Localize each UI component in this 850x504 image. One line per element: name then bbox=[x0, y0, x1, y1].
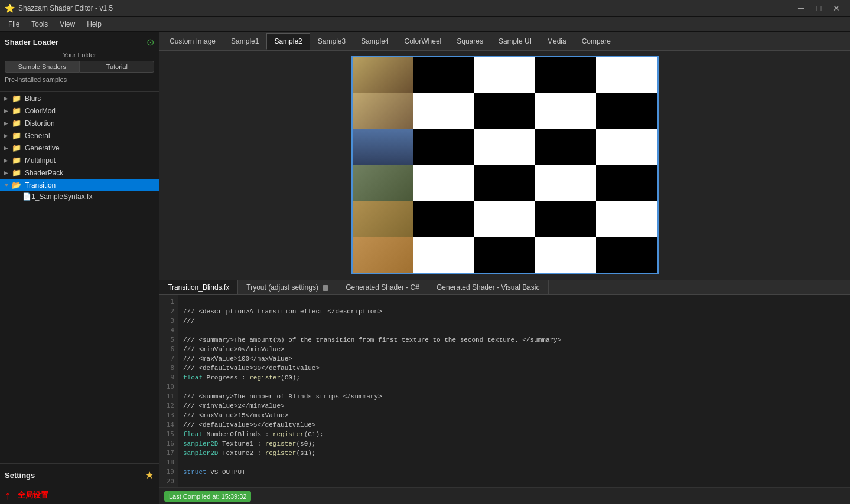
pre-installed-label: Pre-installed samples bbox=[5, 75, 154, 84]
folder-open-icon: 📂 bbox=[12, 181, 22, 189]
code-line: /// <defaultValue>30</defaultValue> bbox=[183, 364, 845, 373]
tree-item-label: ColorMod bbox=[25, 107, 56, 115]
minimize-button[interactable]: ─ bbox=[792, 0, 810, 17]
checker-cell bbox=[474, 201, 535, 237]
tree-item-multiinput[interactable]: ▶ 📁 MultiInput bbox=[0, 154, 159, 166]
checker-cell bbox=[535, 165, 596, 201]
line-num: 3 bbox=[159, 316, 178, 326]
line-num: 13 bbox=[159, 411, 178, 420]
global-settings-label: ↑ 全局设置 bbox=[0, 486, 159, 504]
checker-cell bbox=[474, 129, 535, 165]
tab-generated-csharp[interactable]: Generated Shader - C# bbox=[337, 280, 428, 294]
code-content[interactable]: /// <description>A transition effect </d… bbox=[178, 295, 850, 487]
arrow-icon: ▶ bbox=[4, 107, 12, 114]
arrow-icon: ▶ bbox=[4, 120, 12, 126]
line-num: 19 bbox=[159, 467, 178, 477]
tab-sample2[interactable]: Sample2 bbox=[266, 33, 310, 50]
folder-icon: 📁 bbox=[12, 106, 22, 115]
tab-generated-vb[interactable]: Generated Shader - Visual Basic bbox=[428, 280, 549, 294]
menu-tools[interactable]: Tools bbox=[25, 18, 54, 31]
checker-cell bbox=[535, 129, 596, 165]
tree-item-label: Transition bbox=[25, 181, 56, 189]
line-num: 17 bbox=[159, 449, 178, 458]
checker-cell bbox=[353, 93, 413, 129]
line-num: 8 bbox=[159, 364, 178, 373]
code-line: /// <minValue>0</minValue> bbox=[183, 345, 845, 354]
line-num: 14 bbox=[159, 420, 178, 430]
checker-cell bbox=[596, 57, 657, 93]
tree-item-label: MultiInput bbox=[25, 156, 56, 165]
checker-cell bbox=[413, 93, 474, 129]
code-line: float Progress : register(C0); bbox=[183, 373, 845, 382]
titlebar-title: Shazzam Shader Editor - v1.5 bbox=[18, 4, 113, 12]
code-line bbox=[183, 326, 845, 335]
tree-item-transition[interactable]: ▼ 📂 Transition bbox=[0, 179, 159, 191]
tab-tutorial[interactable]: Tutorial bbox=[80, 61, 155, 73]
line-num: 12 bbox=[159, 401, 178, 411]
tab-media[interactable]: Media bbox=[539, 33, 574, 49]
tree-item-general[interactable]: ▶ 📁 General bbox=[0, 129, 159, 142]
maximize-button[interactable]: □ bbox=[810, 0, 828, 17]
red-arrow-icon: ↑ bbox=[5, 489, 11, 502]
code-line bbox=[183, 297, 845, 307]
folder-icon: 📁 bbox=[12, 131, 22, 140]
tree-item-blurs[interactable]: ▶ 📁 Blurs bbox=[0, 92, 159, 104]
tab-sample3[interactable]: Sample3 bbox=[310, 33, 353, 49]
global-settings-text: 全局设置 bbox=[13, 487, 53, 503]
tab-sample1[interactable]: Sample1 bbox=[223, 33, 266, 49]
menu-file[interactable]: File bbox=[2, 18, 25, 31]
code-line: struct VS_OUTPUT bbox=[183, 467, 845, 477]
code-line: /// bbox=[183, 316, 845, 326]
checker-cell bbox=[474, 237, 535, 273]
checker-cell bbox=[535, 237, 596, 273]
line-num: 4 bbox=[159, 326, 178, 335]
app-icon: ⭐ bbox=[5, 4, 15, 13]
close-button[interactable]: ✕ bbox=[828, 0, 845, 17]
code-line: /// <description>A transition effect </d… bbox=[183, 307, 845, 316]
titlebar-left: ⭐ Shazzam Shader Editor - v1.5 bbox=[5, 4, 113, 13]
tryout-dot bbox=[323, 285, 328, 291]
tree-item-shaderpack[interactable]: ▶ 📁 ShaderPack bbox=[0, 166, 159, 179]
tab-transition-blinds[interactable]: Transition_Blinds.fx bbox=[159, 280, 238, 294]
tab-colorwheel[interactable]: ColorWheel bbox=[397, 33, 450, 49]
tree-item-colormod[interactable]: ▶ 📁 ColorMod bbox=[0, 104, 159, 117]
folder-icon: 📁 bbox=[12, 119, 22, 127]
shader-loader-title: Shader Loader bbox=[5, 38, 58, 47]
checker-cell bbox=[596, 93, 657, 129]
line-numbers: 1 2 3 4 5 6 7 8 9 10 11 12 13 14 15 16 1 bbox=[159, 295, 178, 487]
main-layout: Shader Loader ⊙ Your Folder Sample Shade… bbox=[0, 32, 850, 504]
preview-canvas bbox=[351, 56, 659, 274]
line-num: 7 bbox=[159, 354, 178, 364]
checker-cell bbox=[535, 93, 596, 129]
tree-file-samplesyntax[interactable]: 📄 1_SampleSyntax.fx bbox=[0, 191, 159, 202]
checker-cell bbox=[596, 237, 657, 273]
titlebar: ⭐ Shazzam Shader Editor - v1.5 ─ □ ✕ bbox=[0, 0, 850, 17]
tab-sample4[interactable]: Sample4 bbox=[353, 33, 396, 49]
menu-view[interactable]: View bbox=[54, 18, 81, 31]
tab-sample-ui[interactable]: Sample UI bbox=[491, 33, 539, 49]
line-num: 5 bbox=[159, 335, 178, 345]
tab-sample-shaders[interactable]: Sample Shaders bbox=[5, 61, 80, 73]
file-tree: ▶ 📁 Blurs ▶ 📁 ColorMod ▶ 📁 Distortion ▶ … bbox=[0, 92, 159, 463]
line-num: 20 bbox=[159, 477, 178, 486]
tree-item-label: Generative bbox=[25, 144, 60, 152]
code-line bbox=[183, 458, 845, 467]
tab-tryout[interactable]: Tryout (adjust settings) bbox=[238, 280, 337, 294]
checker-cell bbox=[413, 201, 474, 237]
code-area[interactable]: 1 2 3 4 5 6 7 8 9 10 11 12 13 14 15 16 1 bbox=[159, 295, 850, 487]
tree-item-generative[interactable]: ▶ 📁 Generative bbox=[0, 142, 159, 154]
tab-custom-image[interactable]: Custom Image bbox=[162, 33, 223, 49]
tree-item-distortion[interactable]: ▶ 📁 Distortion bbox=[0, 117, 159, 129]
settings-star-icon[interactable]: ★ bbox=[145, 469, 154, 482]
tree-item-label: Distortion bbox=[25, 119, 55, 127]
status-bar: Last Compiled at: 15:39:32 bbox=[159, 487, 850, 504]
tab-compare[interactable]: Compare bbox=[574, 33, 618, 49]
code-line bbox=[183, 382, 845, 392]
tab-squares[interactable]: Squares bbox=[449, 33, 491, 49]
shader-loader-icon[interactable]: ⊙ bbox=[146, 37, 154, 48]
bottom-panel: Transition_Blinds.fx Tryout (adjust sett… bbox=[159, 280, 850, 504]
arrow-icon: ▶ bbox=[4, 157, 12, 163]
settings-section: Settings ★ bbox=[0, 463, 159, 486]
menu-help[interactable]: Help bbox=[81, 18, 108, 31]
checker-cell bbox=[535, 201, 596, 237]
